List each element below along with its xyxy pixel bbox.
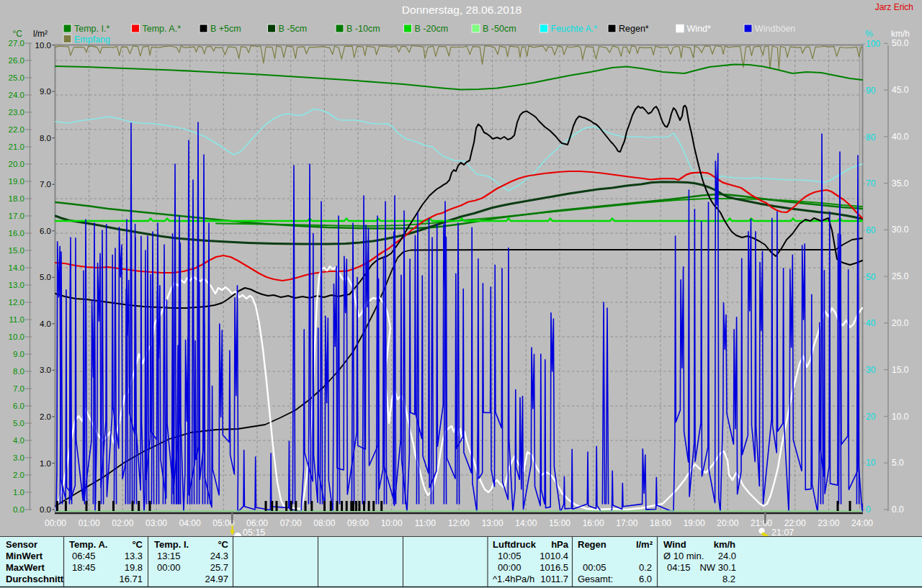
svg-text:40: 40 bbox=[866, 318, 876, 328]
svg-text:10.0: 10.0 bbox=[892, 412, 909, 422]
svg-text:l/m²: l/m² bbox=[636, 539, 653, 550]
svg-text:00:05: 00:05 bbox=[583, 562, 607, 573]
svg-text:12:00: 12:00 bbox=[448, 518, 470, 528]
svg-text:70: 70 bbox=[866, 178, 876, 189]
svg-text:40.0: 40.0 bbox=[892, 132, 909, 142]
svg-text:16.71: 16.71 bbox=[119, 574, 143, 584]
svg-text:^1.4hPa/h: ^1.4hPa/h bbox=[493, 574, 534, 584]
svg-text:Wind: Wind bbox=[663, 539, 686, 550]
svg-text:24.0: 24.0 bbox=[9, 91, 24, 99]
svg-text:0.0: 0.0 bbox=[40, 505, 51, 514]
svg-text:5.0: 5.0 bbox=[892, 458, 904, 468]
svg-text:5.0: 5.0 bbox=[40, 273, 51, 281]
svg-text:00:00: 00:00 bbox=[157, 562, 181, 573]
svg-text:°C: °C bbox=[132, 539, 143, 550]
svg-text:23.0: 23.0 bbox=[9, 108, 24, 117]
svg-text:1016.5: 1016.5 bbox=[540, 562, 568, 573]
svg-text:0.0: 0.0 bbox=[892, 505, 904, 515]
svg-text:22:00: 22:00 bbox=[784, 518, 806, 528]
svg-text:20:00: 20:00 bbox=[717, 518, 738, 528]
svg-text:B -50cm: B -50cm bbox=[483, 24, 516, 34]
svg-text:km/h: km/h bbox=[714, 539, 735, 550]
svg-text:hPa: hPa bbox=[551, 539, 569, 550]
svg-text:l/m²: l/m² bbox=[33, 29, 48, 39]
svg-text:23:00: 23:00 bbox=[818, 518, 839, 528]
svg-text:6.0: 6.0 bbox=[639, 574, 652, 584]
svg-text:7.0: 7.0 bbox=[40, 180, 51, 189]
svg-text:2.0: 2.0 bbox=[13, 471, 24, 479]
svg-text:16:00: 16:00 bbox=[583, 518, 604, 528]
svg-text:17:00: 17:00 bbox=[616, 518, 637, 528]
svg-text:13.0: 13.0 bbox=[9, 281, 24, 289]
svg-text:0.2: 0.2 bbox=[639, 562, 652, 573]
svg-text:14.0: 14.0 bbox=[9, 263, 24, 272]
svg-text:9.0: 9.0 bbox=[13, 350, 24, 358]
svg-text:27.0: 27.0 bbox=[9, 39, 24, 48]
svg-text:60: 60 bbox=[866, 225, 876, 235]
svg-text:100: 100 bbox=[866, 39, 880, 49]
svg-text:Gesamt:: Gesamt: bbox=[578, 574, 613, 584]
svg-text:30.0: 30.0 bbox=[892, 225, 909, 235]
svg-text:14:00: 14:00 bbox=[515, 518, 537, 528]
svg-text:1010.4: 1010.4 bbox=[540, 551, 568, 561]
svg-text:7.0: 7.0 bbox=[13, 384, 24, 393]
svg-text:45.0: 45.0 bbox=[892, 85, 909, 95]
svg-text:18:45: 18:45 bbox=[72, 562, 96, 573]
svg-text:MaxWert: MaxWert bbox=[6, 562, 45, 573]
svg-text:B -10cm: B -10cm bbox=[346, 24, 380, 34]
svg-text:19:00: 19:00 bbox=[684, 518, 705, 528]
svg-text:17.0: 17.0 bbox=[9, 212, 24, 220]
svg-text:00:00: 00:00 bbox=[45, 518, 66, 528]
svg-text:km/h: km/h bbox=[891, 29, 910, 39]
svg-text:20.0: 20.0 bbox=[9, 160, 24, 168]
svg-text:00:00: 00:00 bbox=[498, 562, 522, 573]
svg-text:24.97: 24.97 bbox=[205, 574, 228, 584]
svg-text:13.3: 13.3 bbox=[125, 551, 143, 561]
svg-text:6.0: 6.0 bbox=[40, 227, 51, 235]
svg-text:11.0: 11.0 bbox=[9, 315, 24, 324]
svg-text:10.0: 10.0 bbox=[9, 333, 24, 341]
svg-text:24.0: 24.0 bbox=[718, 551, 736, 561]
svg-text:10: 10 bbox=[866, 458, 876, 468]
svg-text:03:00: 03:00 bbox=[146, 518, 167, 528]
svg-text:16.0: 16.0 bbox=[9, 229, 24, 238]
svg-text:18.0: 18.0 bbox=[9, 194, 24, 203]
svg-text:11:00: 11:00 bbox=[415, 518, 436, 528]
svg-text:13:00: 13:00 bbox=[482, 518, 503, 528]
svg-text:°C: °C bbox=[13, 29, 23, 39]
svg-text:15.0: 15.0 bbox=[9, 246, 24, 255]
svg-text:06:45: 06:45 bbox=[72, 551, 96, 561]
svg-text:24.3: 24.3 bbox=[210, 551, 228, 561]
svg-text:Luftdruck: Luftdruck bbox=[493, 539, 537, 550]
svg-text:12.0: 12.0 bbox=[9, 298, 24, 307]
svg-text:10:05: 10:05 bbox=[498, 551, 522, 561]
svg-text:20.0: 20.0 bbox=[892, 318, 909, 328]
svg-text:1.0: 1.0 bbox=[40, 459, 51, 468]
svg-text:0.0: 0.0 bbox=[13, 505, 24, 514]
svg-text:09:00: 09:00 bbox=[347, 518, 369, 528]
svg-text:3.0: 3.0 bbox=[13, 453, 24, 462]
svg-text:01:00: 01:00 bbox=[79, 518, 100, 528]
svg-text:90: 90 bbox=[866, 86, 876, 96]
svg-text:Windböen: Windböen bbox=[755, 24, 795, 34]
svg-text:Jarz Erich: Jarz Erich bbox=[875, 2, 913, 12]
svg-text:07:00: 07:00 bbox=[280, 518, 302, 528]
svg-text:6.0: 6.0 bbox=[13, 402, 24, 410]
svg-text:B +5cm: B +5cm bbox=[210, 24, 241, 34]
svg-text:18:00: 18:00 bbox=[650, 518, 671, 528]
svg-text:Feuchte A.*: Feuchte A.* bbox=[551, 24, 598, 34]
svg-text:Wind*: Wind* bbox=[687, 24, 711, 34]
svg-text:50: 50 bbox=[866, 272, 876, 282]
svg-text:4.0: 4.0 bbox=[40, 320, 51, 328]
svg-text:Donnerstag, 28.06.2018: Donnerstag, 28.06.2018 bbox=[402, 4, 522, 16]
svg-text:B -5cm: B -5cm bbox=[279, 24, 308, 34]
svg-text:8.0: 8.0 bbox=[40, 134, 51, 143]
svg-text:13:15: 13:15 bbox=[157, 551, 181, 561]
svg-text:NW 30.1: NW 30.1 bbox=[699, 562, 736, 573]
svg-text:Regen: Regen bbox=[578, 539, 607, 550]
svg-text:50.0: 50.0 bbox=[892, 38, 909, 48]
svg-text:1011.7: 1011.7 bbox=[540, 574, 568, 584]
svg-text:2.0: 2.0 bbox=[40, 412, 51, 421]
svg-text:04:00: 04:00 bbox=[179, 518, 201, 528]
svg-text:25.0: 25.0 bbox=[9, 73, 24, 82]
